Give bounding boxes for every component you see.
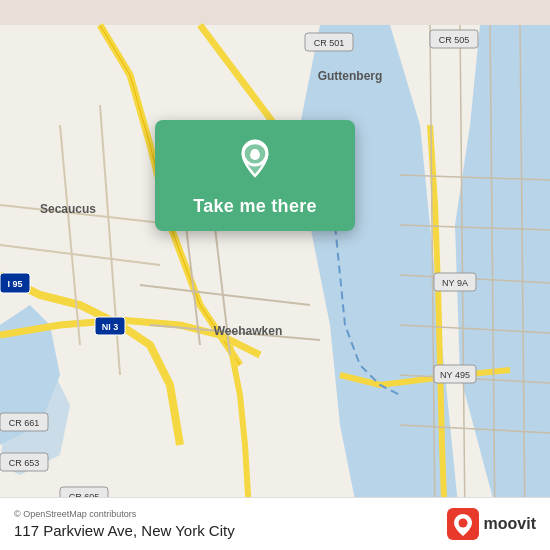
take-me-there-button[interactable]: Take me there	[193, 196, 317, 217]
map-attribution: © OpenStreetMap contributors	[14, 509, 235, 519]
svg-text:NY 495: NY 495	[440, 370, 470, 380]
svg-text:Weehawken: Weehawken	[214, 324, 282, 338]
svg-text:CR 501: CR 501	[314, 38, 345, 48]
bottom-bar: © OpenStreetMap contributors 117 Parkvie…	[0, 497, 550, 550]
address-label: 117 Parkview Ave, New York City	[14, 522, 235, 539]
svg-text:Guttenberg: Guttenberg	[318, 69, 383, 83]
map-container: CR 501 CR 505 I 95 NI 3 CR 661 CR 653 CR…	[0, 0, 550, 550]
moovit-brand-icon	[447, 508, 479, 540]
map-background: CR 501 CR 505 I 95 NI 3 CR 661 CR 653 CR…	[0, 0, 550, 550]
svg-point-46	[250, 150, 260, 160]
bottom-info: © OpenStreetMap contributors 117 Parkvie…	[14, 509, 235, 539]
svg-text:NI 3: NI 3	[102, 322, 119, 332]
location-card: Take me there	[155, 120, 355, 231]
svg-text:CR 661: CR 661	[9, 418, 40, 428]
svg-text:I 95: I 95	[7, 279, 22, 289]
svg-text:NY 9A: NY 9A	[442, 278, 468, 288]
location-pin-icon	[233, 138, 277, 182]
moovit-logo: moovit	[447, 508, 536, 540]
moovit-brand-text: moovit	[484, 515, 536, 533]
svg-text:CR 653: CR 653	[9, 458, 40, 468]
svg-point-48	[458, 519, 467, 528]
svg-text:CR 505: CR 505	[439, 35, 470, 45]
svg-text:Secaucus: Secaucus	[40, 202, 96, 216]
